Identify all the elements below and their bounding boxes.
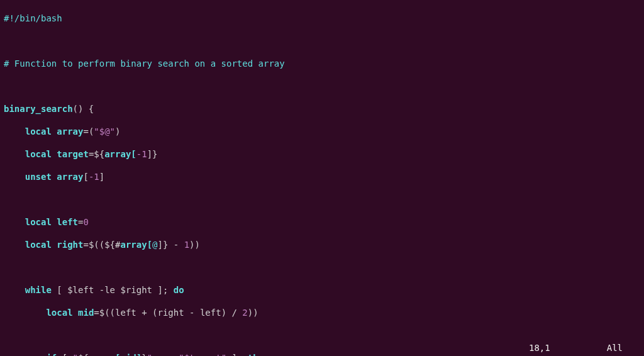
expand-close: ]} — [147, 149, 158, 159]
code-editor[interactable]: #!/bin/bash # Function to perform binary… — [0, 0, 644, 356]
arith-open: $((${# — [89, 240, 121, 250]
assign: = — [83, 240, 88, 250]
scroll-indicator: All — [607, 342, 623, 353]
condition: [ $left -le $right ]; — [52, 285, 174, 295]
var-right: right — [57, 240, 83, 250]
number: 2 — [242, 308, 247, 318]
var-ref: array[ — [120, 240, 152, 250]
at-symbol: @ — [152, 240, 157, 250]
kw-local: local — [25, 240, 52, 250]
var-ref: array[ — [104, 149, 136, 159]
var-target: target — [57, 149, 89, 159]
kw-local: local — [46, 308, 72, 318]
number: -1 — [89, 172, 99, 182]
assign: =( — [83, 126, 94, 136]
shebang-line: #!/bin/bash — [4, 13, 62, 23]
function-name: binary_search — [4, 104, 73, 114]
number: 1 — [184, 240, 189, 250]
bracket: ] — [99, 172, 104, 182]
kw-unset: unset — [25, 172, 52, 182]
var-left: left — [57, 217, 78, 227]
cursor-position: 18,1 — [529, 342, 550, 353]
number: -1 — [136, 149, 147, 159]
kw-do: do — [174, 285, 184, 295]
arith-close: )) — [189, 240, 200, 250]
string: "$@" — [94, 126, 115, 136]
kw-local: local — [25, 126, 52, 136]
arith-close: )) — [248, 308, 258, 318]
var-array: array — [57, 172, 83, 182]
expand-open: ${ — [94, 149, 104, 159]
kw-while: while — [25, 285, 52, 295]
var-array: array — [57, 126, 83, 136]
kw-local: local — [25, 217, 52, 227]
assign: = — [94, 308, 99, 318]
comment: # Function to perform binary search on a… — [4, 58, 285, 69]
kw-local: local — [25, 149, 52, 159]
brace-open: () { — [73, 104, 94, 114]
paren-close: ) — [115, 126, 120, 136]
arith: $((left + (right - left) / — [99, 308, 243, 318]
status-bar: 18,1 All — [0, 342, 644, 353]
var-mid: mid — [78, 308, 94, 318]
arith-body: ]} - — [158, 240, 184, 250]
number: 0 — [83, 217, 88, 227]
bracket: [ — [83, 172, 88, 182]
